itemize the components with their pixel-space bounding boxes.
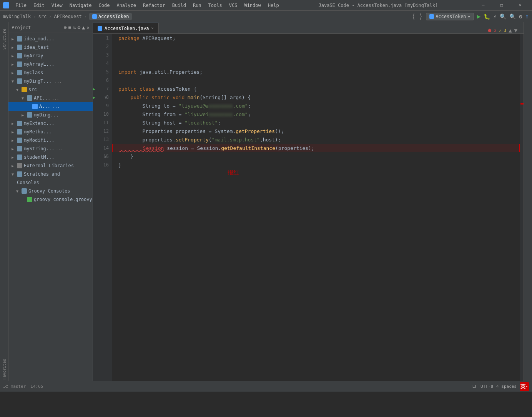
tree-item-external-libs[interactable]: ▶ External Libraries bbox=[8, 161, 93, 170]
search-everywhere-button[interactable]: 🔍 bbox=[509, 13, 516, 20]
tree-label: myExtenc... bbox=[24, 121, 54, 126]
forward-button[interactable]: ⟩ bbox=[419, 12, 423, 20]
tree-item-myding[interactable]: ▶ myDing... bbox=[8, 111, 93, 119]
close-button[interactable]: × bbox=[511, 0, 529, 11]
nav-src[interactable]: src bbox=[38, 14, 47, 19]
title-bar: File Edit View Navigate Code Analyze Ref… bbox=[0, 0, 532, 11]
sidebar-add-icon[interactable]: ⊕ bbox=[64, 25, 67, 30]
menu-run[interactable]: Run bbox=[190, 2, 204, 9]
line-ending[interactable]: LF bbox=[472, 384, 477, 389]
menu-refactor[interactable]: Refactor bbox=[140, 2, 168, 9]
tree-item-groovy-consoles[interactable]: ▼ Groovy Consoles bbox=[8, 187, 93, 195]
line-14: 14 bbox=[93, 144, 112, 152]
code-line-6 bbox=[112, 76, 520, 85]
code-line-5: import java.util.Properties; bbox=[112, 68, 520, 76]
tree-item-myarray[interactable]: ▶ myArray bbox=[8, 52, 93, 60]
collapse-all-icon[interactable]: ▲ bbox=[509, 27, 512, 33]
run-button[interactable]: ▶ bbox=[477, 13, 481, 20]
tree-item-groovy-file[interactable]: ▶ groovy_console.groovy bbox=[8, 195, 93, 204]
coverage-button[interactable]: ⚡ bbox=[493, 13, 496, 20]
run-gutter-7: ▶ bbox=[93, 87, 95, 91]
encoding[interactable]: UTF-8 bbox=[480, 384, 493, 389]
code-line-4 bbox=[112, 59, 520, 68]
structure-icon[interactable]: Structure bbox=[0, 24, 8, 55]
menu-navigate[interactable]: Navigate bbox=[66, 2, 95, 9]
tree-item-mymetho[interactable]: ▶ myMetho... bbox=[8, 128, 93, 136]
folder-icon bbox=[17, 70, 22, 75]
nav-active-file[interactable]: AccessToken bbox=[89, 13, 132, 20]
tree-item-scratches-cont: Consoles bbox=[8, 178, 93, 187]
tree-label: myDing... bbox=[34, 112, 59, 118]
nav-apirequest[interactable]: APIRequest bbox=[54, 14, 81, 19]
settings-button[interactable]: ⚙ bbox=[519, 13, 522, 20]
expand-all-icon[interactable]: ▼ bbox=[514, 27, 517, 33]
tree-item-studentm[interactable]: ▶ studentM... bbox=[8, 153, 93, 161]
toolbar-right: ⟨ ⟩ AccessToken ▾ ▶ 🐛 ⚡ 🔍 🔍 ⚙ ↑ bbox=[411, 12, 529, 20]
menu-bar[interactable]: File Edit View Navigate Code Analyze Ref… bbox=[12, 2, 282, 9]
tree-arrow: ▼ bbox=[22, 96, 25, 100]
tree-arrow: ▼ bbox=[16, 189, 20, 193]
sidebar-close-icon[interactable]: × bbox=[86, 25, 90, 30]
tab-close-button[interactable]: × bbox=[151, 26, 154, 30]
menu-file[interactable]: File bbox=[12, 2, 30, 9]
run-config-dropdown[interactable]: AccessToken ▾ bbox=[426, 13, 474, 20]
tree-item-idea-mod[interactable]: ▶ idea_mod... bbox=[8, 35, 93, 43]
update-button[interactable]: ↑ bbox=[525, 13, 529, 20]
menu-window[interactable]: Window bbox=[241, 2, 264, 9]
sidebar-collapse-icon[interactable]: ▲ bbox=[82, 25, 85, 30]
debug-button[interactable]: 🐛 bbox=[484, 13, 490, 20]
error-count-icon: ⬟ bbox=[488, 28, 492, 33]
folder-icon bbox=[17, 146, 22, 151]
run-config-dropdown-arrow[interactable]: ▾ bbox=[468, 14, 470, 19]
tree-arrow: ▶ bbox=[22, 113, 25, 117]
menu-edit[interactable]: Edit bbox=[30, 2, 48, 9]
menu-build[interactable]: Build bbox=[169, 2, 189, 9]
tree-arrow: ▶ bbox=[12, 155, 15, 159]
maximize-button[interactable]: □ bbox=[493, 0, 510, 11]
sougou-input-icon[interactable]: 英· bbox=[520, 382, 529, 391]
error-count: 2 bbox=[494, 28, 497, 33]
warning-count: 3 bbox=[504, 28, 507, 33]
tree-label: Groovy Consoles bbox=[28, 188, 70, 194]
menu-tools[interactable]: Tools bbox=[205, 2, 225, 9]
tree-arrow: ▶ bbox=[12, 37, 15, 41]
sidebar-header-icons[interactable]: ⊕ ≡ ⇅ ⚙ ▲ × bbox=[64, 25, 90, 30]
tree-label: idea_mod... bbox=[24, 36, 54, 42]
editor-tab-accesstoken[interactable]: AccessToken.java × bbox=[93, 23, 159, 33]
menu-help[interactable]: Help bbox=[265, 2, 282, 9]
window-controls[interactable]: ─ □ × bbox=[474, 0, 529, 11]
line-1: 1 bbox=[93, 34, 112, 42]
profile-button[interactable]: 🔍 bbox=[500, 13, 506, 20]
status-message: 14:65 bbox=[30, 384, 43, 389]
favorites-icon[interactable]: Favorites bbox=[0, 358, 8, 381]
menu-vcs[interactable]: VCS bbox=[226, 2, 241, 9]
line-6: 6 bbox=[93, 76, 112, 85]
chinese-annotation-row: 报红 bbox=[112, 169, 520, 178]
tree-label: External Libraries bbox=[24, 163, 74, 168]
sidebar-sync-icon[interactable]: ≡ bbox=[68, 25, 71, 30]
tree-item-myextenc[interactable]: ▶ myExtenc... bbox=[8, 119, 93, 128]
indent-info[interactable]: 4 spaces bbox=[496, 384, 517, 389]
tree-item-myarrayl[interactable]: ▶ myArrayL... bbox=[8, 60, 93, 68]
tree-item-mystring[interactable]: ▶ myString... ... bbox=[8, 145, 93, 153]
tree-item-src[interactable]: ▼ src bbox=[8, 85, 93, 94]
back-button[interactable]: ⟨ bbox=[411, 12, 416, 20]
sidebar-sort-icon[interactable]: ⇅ bbox=[73, 25, 76, 30]
menu-view[interactable]: View bbox=[48, 2, 66, 9]
main-layout: Structure Favorites Project ⊕ ≡ ⇅ ⚙ ▲ × … bbox=[0, 22, 532, 381]
chinese-annotation: 报红 bbox=[228, 169, 239, 176]
nav-project[interactable]: myDingTalk bbox=[3, 14, 31, 19]
tree-item-accesstoken[interactable]: ▶ A... ... bbox=[8, 102, 93, 111]
tree-item-scratches[interactable]: ▼ Scratches and bbox=[8, 170, 93, 178]
menu-analyze[interactable]: Analyze bbox=[113, 2, 139, 9]
sidebar-settings-icon[interactable]: ⚙ bbox=[78, 25, 81, 30]
code-lines-container[interactable]: package APIRequest; import java.util.Pro… bbox=[112, 34, 520, 381]
tree-item-mydingt[interactable]: ▼ myDingT... ... bbox=[8, 77, 93, 85]
tree-item-myclass[interactable]: ▶ myClass bbox=[8, 68, 93, 77]
tree-item-mymodifi[interactable]: ▶ myModifi... bbox=[8, 136, 93, 145]
menu-code[interactable]: Code bbox=[96, 2, 113, 9]
tree-item-api[interactable]: ▼ API... ... bbox=[8, 94, 93, 102]
tree-label: src bbox=[28, 87, 37, 92]
minimize-button[interactable]: ─ bbox=[474, 0, 492, 11]
tree-item-idea-test[interactable]: ▶ idea_test bbox=[8, 43, 93, 52]
